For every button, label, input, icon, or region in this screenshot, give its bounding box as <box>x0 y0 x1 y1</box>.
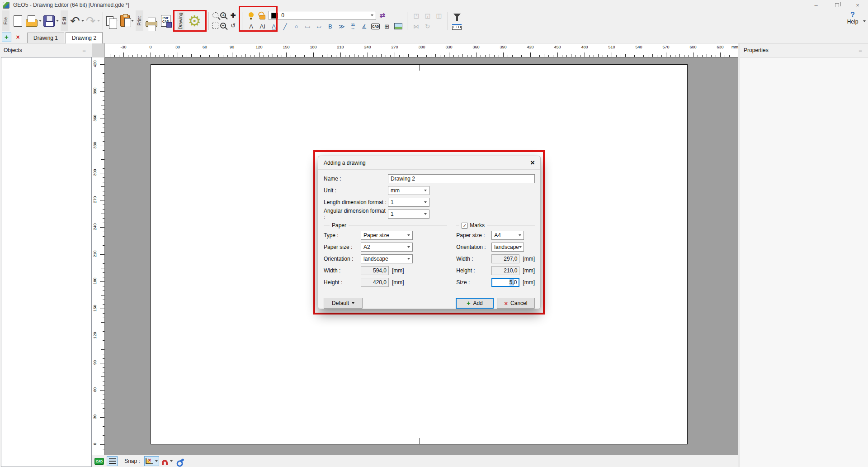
wrench-icon <box>177 458 184 464</box>
marks-paper-size-select[interactable]: A4 <box>491 231 524 240</box>
angular-format-select[interactable]: 1 <box>388 210 429 219</box>
add-drawing-tab-button[interactable]: + <box>2 33 11 42</box>
h-ruler-tick <box>698 55 698 57</box>
save-dropdown-arrow[interactable] <box>56 20 59 22</box>
help-dropdown-arrow[interactable] <box>863 20 866 22</box>
pan-icon[interactable]: ✚ <box>231 12 236 19</box>
marks-checkbox[interactable]: ✓ <box>462 223 467 229</box>
zoom-extents-icon[interactable] <box>212 23 218 29</box>
edit-menu[interactable]: Edit <box>61 10 68 31</box>
properties-collapse-button[interactable]: – <box>857 47 863 54</box>
unlock-icon[interactable] <box>259 15 265 19</box>
snap-settings-button[interactable] <box>175 456 186 466</box>
save-button[interactable] <box>42 10 60 32</box>
file-menu[interactable]: File <box>2 10 9 31</box>
cad-mode-button[interactable]: CAD <box>93 456 105 466</box>
export-pdf-cad-button[interactable]: PDFCAD <box>159 10 173 32</box>
redo-button[interactable]: ↷ <box>85 10 101 32</box>
text-tool-icon[interactable]: A <box>246 22 256 31</box>
line-style-button[interactable] <box>107 456 118 466</box>
text-style-tool-icon[interactable]: A <box>269 22 279 31</box>
snap-dropdown-arrow[interactable] <box>155 460 158 462</box>
remove-drawing-tab-button[interactable]: × <box>13 33 23 42</box>
h-ruler-tick <box>458 55 458 57</box>
redo-dropdown-arrow <box>97 20 100 22</box>
open-dropdown-arrow[interactable] <box>39 20 42 22</box>
dimension-tool-icon[interactable]: 11↔ <box>348 22 358 31</box>
polygon-tool-icon[interactable]: ▱ <box>314 22 324 31</box>
help-button[interactable]: ? Help <box>844 11 862 25</box>
h-ruler-tick <box>340 52 341 57</box>
h-ruler-tick <box>291 55 291 57</box>
maximize-button[interactable] <box>826 0 847 10</box>
bezier-tool-icon[interactable]: B <box>325 22 335 31</box>
v-ruler-label: 90 <box>93 357 97 368</box>
zoom-window-icon[interactable] <box>212 12 218 18</box>
new-file-button[interactable] <box>10 10 25 32</box>
objects-tree[interactable] <box>1 57 92 467</box>
cancel-button[interactable]: ×Cancel <box>497 298 535 309</box>
paste-button[interactable] <box>119 10 135 32</box>
length-format-select[interactable]: 1 <box>388 198 429 207</box>
v-ruler-tick <box>103 449 104 449</box>
h-ruler-tick <box>598 54 599 57</box>
rectangle-tool-icon[interactable]: ▭ <box>302 22 313 31</box>
paper-orientation-select[interactable]: landscape <box>361 254 413 263</box>
angular-dimension-tool-icon[interactable]: ∡ <box>359 22 369 31</box>
table-tool-icon[interactable]: ⊞ <box>382 22 392 31</box>
paste-dropdown-arrow[interactable] <box>131 20 134 22</box>
visibility-bulb-icon[interactable] <box>249 12 254 17</box>
h-ruler-tick <box>273 54 273 57</box>
drawing-settings-gear-icon[interactable]: ⚙ <box>185 11 204 30</box>
copy-button[interactable] <box>105 10 119 32</box>
add-button[interactable]: +Add <box>456 298 494 309</box>
h-ruler-tick <box>526 55 526 57</box>
status-bar: CAD Snap : <box>92 455 738 467</box>
paper-width-field: 594,0 <box>361 266 389 275</box>
v-ruler-tick <box>100 64 104 65</box>
v-ruler-tick <box>103 331 104 332</box>
print-button[interactable] <box>144 10 159 32</box>
v-ruler-label: 390 <box>93 86 97 96</box>
name-input[interactable] <box>388 174 535 183</box>
layer-select[interactable]: 0 <box>269 11 376 20</box>
paper-size-select[interactable]: A2 <box>361 243 413 252</box>
open-file-button[interactable] <box>25 10 42 32</box>
zoom-previous-icon[interactable]: ↺ <box>228 21 238 30</box>
paper-type-select[interactable]: Paper size <box>361 231 413 240</box>
layer-dropdown-arrow[interactable] <box>371 14 373 16</box>
print-menu[interactable]: Print <box>136 10 143 31</box>
undo-button[interactable]: ↶ <box>69 10 85 32</box>
move-to-layer-icon[interactable]: ⇄ <box>377 11 387 20</box>
close-button[interactable]: × <box>847 0 868 10</box>
snap-mode-button[interactable] <box>144 456 159 466</box>
magnet-snap-button[interactable] <box>160 456 174 466</box>
h-ruler-tick <box>173 55 174 57</box>
unit-select[interactable]: mm <box>388 186 429 195</box>
save-floppy-icon <box>43 15 55 27</box>
image-tool-icon[interactable] <box>393 22 403 31</box>
zoom-in-icon[interactable]: + <box>220 12 226 18</box>
dialog-close-icon[interactable]: × <box>530 159 535 167</box>
circle-tool-icon[interactable]: ○ <box>291 22 302 31</box>
marks-orientation-select[interactable]: landscape <box>491 243 524 252</box>
h-ruler-tick <box>476 52 476 57</box>
hatch-tool-icon[interactable]: ≫ <box>336 22 347 31</box>
marks-size-input[interactable]: 5,0 <box>491 278 519 287</box>
tab-drawing-1[interactable]: Drawing 1 <box>27 33 64 43</box>
magnet-dropdown-arrow[interactable] <box>170 460 173 462</box>
v-ruler-tick <box>103 408 104 409</box>
measure-icon[interactable] <box>452 26 462 30</box>
h-ruler-tick <box>512 55 513 57</box>
default-button[interactable]: Default <box>324 298 363 309</box>
multiline-text-tool-icon[interactable]: AI <box>257 22 268 31</box>
filter-icon[interactable] <box>453 14 461 18</box>
tab-drawing-2[interactable]: Drawing 2 <box>66 32 103 43</box>
drawing-menu[interactable]: Drawing <box>177 12 184 30</box>
undo-dropdown-arrow[interactable] <box>81 20 84 22</box>
objects-collapse-button[interactable]: – <box>81 47 87 54</box>
cad-import-icon[interactable]: CAD <box>370 22 381 31</box>
minimize-button[interactable]: – <box>806 0 826 10</box>
line-tool-icon[interactable]: ╱ <box>280 22 290 31</box>
zoom-out-icon[interactable]: − <box>220 23 226 29</box>
